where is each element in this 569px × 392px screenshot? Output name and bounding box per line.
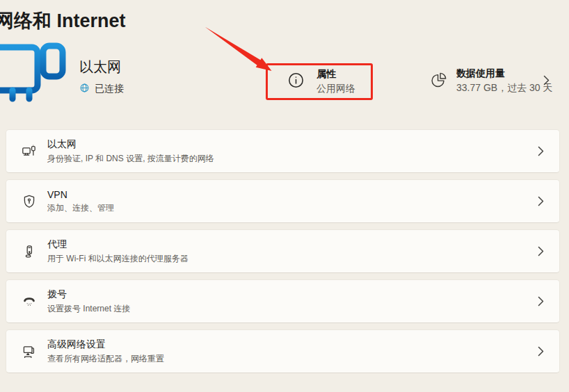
data-usage-button[interactable]: 数据使用量 33.77 GB，过去 30 天 bbox=[429, 67, 553, 95]
chevron-right-icon bbox=[538, 196, 544, 206]
ethernet-icon bbox=[20, 142, 38, 161]
row-title: 高级网络设置 bbox=[47, 338, 164, 351]
row-subtitle: 用于 Wi-Fi 和以太网连接的代理服务器 bbox=[47, 253, 189, 265]
row-subtitle: 添加、连接、管理 bbox=[47, 202, 114, 214]
row-subtitle: 设置拨号 Internet 连接 bbox=[47, 303, 130, 315]
settings-row-advanced-network[interactable]: 高级网络设置 查看所有网络适配器，网络重置 bbox=[6, 329, 560, 373]
row-title: 代理 bbox=[47, 238, 189, 251]
connection-summary: 以太网 已连接 bbox=[79, 58, 124, 95]
data-usage-label: 数据使用量 bbox=[456, 67, 553, 80]
settings-row-proxy[interactable]: 代理 用于 Wi-Fi 和以太网连接的代理服务器 bbox=[6, 229, 560, 273]
network-profile-label: 公用网络 bbox=[316, 83, 355, 95]
annotation-red-box: 属性 公用网络 bbox=[266, 63, 373, 100]
row-title: 拨号 bbox=[47, 288, 130, 301]
pie-chart-icon bbox=[429, 71, 447, 92]
network-internet-settings-page: 网络和 Internet 以太网 bbox=[0, 0, 569, 392]
vpn-shield-icon bbox=[20, 193, 38, 211]
settings-list: 以太网 身份验证, IP 和 DNS 设置, 按流量计费的网络 VPN 添加、连… bbox=[6, 129, 560, 379]
properties-button[interactable]: 属性 公用网络 bbox=[268, 68, 355, 95]
settings-row-vpn[interactable]: VPN 添加、连接、管理 bbox=[6, 179, 560, 223]
chevron-right-icon bbox=[538, 296, 544, 307]
proxy-server-icon bbox=[20, 243, 38, 261]
info-icon bbox=[287, 71, 305, 92]
row-subtitle: 身份验证, IP 和 DNS 设置, 按流量计费的网络 bbox=[47, 153, 214, 165]
row-subtitle: 查看所有网络适配器，网络重置 bbox=[47, 353, 164, 365]
chevron-right-icon bbox=[543, 75, 550, 88]
row-title: VPN bbox=[47, 189, 114, 200]
settings-row-dialup[interactable]: 拨号 设置拨号 Internet 连接 bbox=[6, 279, 560, 323]
globe-icon bbox=[79, 83, 90, 95]
settings-row-ethernet[interactable]: 以太网 身份验证, IP 和 DNS 设置, 按流量计费的网络 bbox=[6, 129, 560, 173]
row-title: 以太网 bbox=[47, 138, 214, 151]
chevron-right-icon bbox=[538, 346, 544, 357]
advanced-network-icon bbox=[20, 343, 38, 361]
connection-status: 已连接 bbox=[95, 83, 124, 95]
dialup-phone-icon bbox=[20, 293, 38, 311]
connection-title: 以太网 bbox=[79, 58, 124, 76]
ethernet-hero-icon bbox=[0, 40, 74, 115]
properties-label: 属性 bbox=[316, 68, 355, 81]
chevron-right-icon bbox=[538, 246, 544, 256]
data-usage-value: 33.77 GB，过去 30 天 bbox=[456, 82, 553, 95]
page-title: 网络和 Internet bbox=[0, 8, 126, 33]
chevron-right-icon bbox=[538, 146, 544, 156]
annotation-arrow bbox=[195, 21, 277, 78]
